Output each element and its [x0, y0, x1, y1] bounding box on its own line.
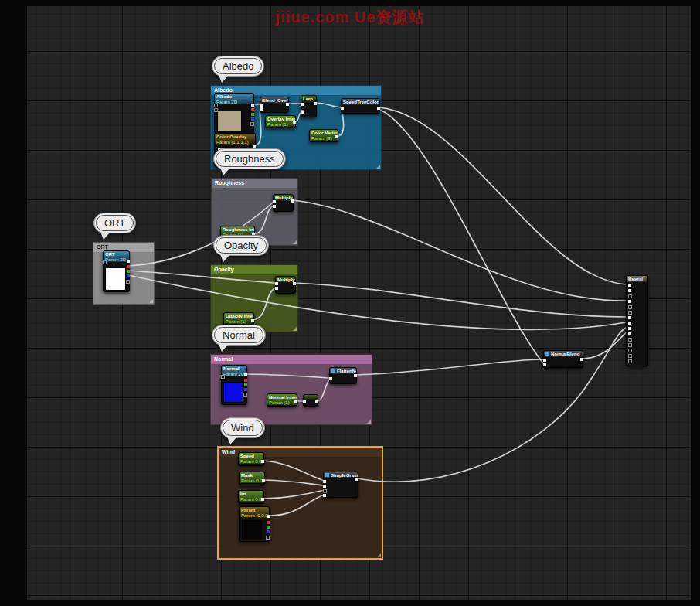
node-vector-param-wind[interactable]: Param Param (0,0,0,0): [239, 506, 270, 542]
input-pin[interactable]: [543, 359, 546, 362]
comment-bubble-wind[interactable]: Wind: [220, 417, 265, 438]
output-pin-b[interactable]: [251, 117, 254, 121]
input-pin[interactable]: [214, 108, 218, 112]
node-scalar-param-wind-speed[interactable]: Speed Param 0.0: [238, 452, 264, 466]
node-scalar-param-overlay-intensity[interactable]: Overlay Intensity Param (1): [265, 115, 296, 128]
output-pin-a[interactable]: [126, 280, 130, 284]
output-pin-r[interactable]: [267, 521, 270, 524]
node-simple-grass-wind[interactable]: SimpleGrassWind: [323, 472, 358, 498]
output-pin[interactable]: [261, 498, 264, 501]
input-pin-normal[interactable]: [628, 322, 631, 325]
node-scalar-param-wind-intensity[interactable]: Int Param 0.0: [238, 490, 264, 504]
node-lerp[interactable]: Lerp: [301, 95, 317, 117]
output-pin-rgba[interactable]: [267, 515, 270, 518]
input-pin[interactable]: [103, 260, 107, 264]
comment-bubble-normal[interactable]: Normal: [212, 325, 266, 346]
output-pin-r[interactable]: [127, 265, 130, 268]
node-multiply-opacity[interactable]: Multiply: [275, 276, 296, 294]
comment-bubble-albedo[interactable]: Albedo: [212, 56, 264, 77]
output-pin-b[interactable]: [244, 388, 247, 391]
input-pin[interactable]: [628, 305, 632, 309]
input-pin[interactable]: [628, 359, 632, 363]
node-subtitle: Param 2D: [105, 257, 127, 262]
input-pin-world-position-offset[interactable]: [628, 327, 631, 330]
node-speedtree-color-variation[interactable]: SpeedTreeColorVariation: [341, 98, 380, 114]
input-pin[interactable]: [323, 485, 326, 488]
node-texture-sample-albedo[interactable]: Albedo Param 2D: [214, 93, 254, 134]
output-pin-a[interactable]: [243, 393, 247, 397]
input-pin-b[interactable]: [273, 205, 276, 208]
output-pin-g[interactable]: [127, 270, 130, 273]
input-pin[interactable]: [329, 377, 332, 380]
output-pin-rgb[interactable]: [244, 373, 247, 376]
input-pin[interactable]: [221, 375, 225, 379]
input-pin[interactable]: [628, 354, 632, 358]
node-scalar-param-normal-intensity[interactable]: Normal Intensity Param (1): [267, 393, 297, 407]
node-texture-sample-ort[interactable]: ORT Param 2D: [103, 250, 130, 292]
comment-bubble-roughness[interactable]: Roughness: [213, 148, 286, 169]
input-pin-opacity-mask[interactable]: [628, 316, 631, 319]
node-multiply-roughness[interactable]: Multiply: [273, 194, 294, 212]
output-pin[interactable]: [354, 374, 357, 377]
node-material-output[interactable]: Material: [626, 275, 648, 366]
output-pin[interactable]: [580, 358, 583, 361]
input-pin[interactable]: [628, 332, 631, 335]
output-pin[interactable]: [293, 121, 296, 124]
input-pin[interactable]: [628, 338, 632, 342]
input-pin[interactable]: [628, 289, 631, 292]
output-pin[interactable]: [262, 479, 265, 482]
output-pin-r[interactable]: [244, 379, 247, 382]
output-pin[interactable]: [315, 400, 318, 403]
node-append[interactable]: [303, 394, 318, 407]
node-scalar-param-opacity-intensity[interactable]: Opacity Intensity Param (1): [223, 312, 254, 325]
output-pin[interactable]: [251, 319, 254, 322]
node-normal-blend[interactable]: NormalBlend: [543, 350, 583, 368]
input-pin[interactable]: [303, 400, 306, 403]
comment-bubble-opacity[interactable]: Opacity: [213, 235, 269, 256]
output-pin-b[interactable]: [267, 530, 270, 533]
output-pin[interactable]: [314, 102, 317, 105]
output-pin-g[interactable]: [251, 113, 254, 116]
input-pin[interactable]: [323, 480, 326, 483]
input-pin[interactable]: [628, 349, 632, 352]
output-pin-a[interactable]: [250, 122, 254, 126]
input-pin[interactable]: [323, 494, 326, 497]
input-pin[interactable]: [214, 104, 218, 107]
comment-bubble-ort[interactable]: ORT: [93, 213, 136, 233]
output-pin-rgb[interactable]: [251, 104, 254, 107]
input-pin-alpha[interactable]: [301, 111, 304, 114]
output-pin[interactable]: [261, 460, 264, 463]
input-pin[interactable]: [341, 107, 344, 110]
output-pin[interactable]: [293, 282, 296, 285]
output-pin-g[interactable]: [244, 383, 247, 386]
node-blend-overlay[interactable]: Blend_Overlay: [260, 97, 289, 113]
input-pin-base-color[interactable]: [628, 284, 631, 287]
output-pin-g[interactable]: [267, 526, 270, 529]
node-scalar-param-wind-mask[interactable]: Mask Param 0.0: [239, 472, 265, 485]
output-pin[interactable]: [355, 478, 358, 481]
output-pin-r[interactable]: [251, 108, 254, 111]
output-pin-rgb[interactable]: [127, 260, 130, 263]
input-pin-b[interactable]: [275, 287, 278, 290]
input-pin[interactable]: [628, 294, 632, 298]
output-pin[interactable]: [377, 107, 380, 110]
input-pin[interactable]: [543, 363, 546, 366]
node-texture-sample-normal[interactable]: Normal Param 2D: [221, 365, 247, 405]
input-pin[interactable]: [260, 104, 263, 107]
input-pin[interactable]: [628, 311, 632, 315]
input-pin-roughness[interactable]: [628, 300, 631, 303]
output-pin-b[interactable]: [127, 274, 130, 277]
input-pin[interactable]: [323, 489, 327, 493]
input-pin-a[interactable]: [301, 103, 304, 106]
output-pin[interactable]: [294, 400, 297, 403]
input-pin[interactable]: [628, 343, 632, 347]
input-pin[interactable]: [260, 107, 263, 111]
output-pin[interactable]: [335, 135, 338, 138]
node-vector-param-color-variation[interactable]: Color Variation Param (3): [309, 129, 338, 142]
input-pin-a[interactable]: [275, 282, 278, 285]
node-flatten-normal[interactable]: FlattenNormal: [329, 367, 357, 384]
output-pin[interactable]: [286, 103, 289, 106]
output-pin-a[interactable]: [266, 536, 270, 540]
output-pin[interactable]: [291, 199, 294, 203]
input-pin-a[interactable]: [273, 200, 276, 203]
